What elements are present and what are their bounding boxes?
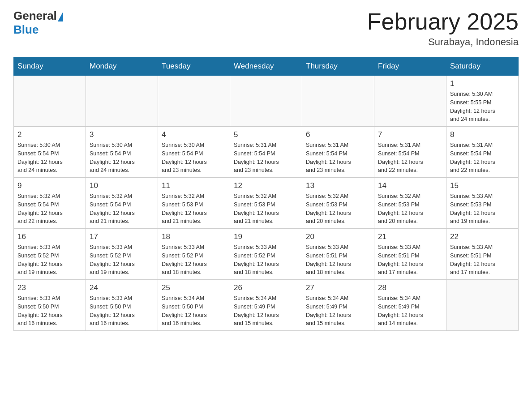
day-number: 17: [90, 232, 154, 241]
calendar-cell: 14Sunrise: 5:32 AM Sunset: 5:53 PM Dayli…: [374, 178, 446, 229]
title-block: February 2025 Surabaya, Indonesia: [367, 9, 519, 48]
day-number: 14: [378, 181, 442, 190]
day-info: Sunrise: 5:31 AM Sunset: 5:54 PM Dayligh…: [306, 141, 370, 175]
day-number: 3: [90, 130, 154, 139]
day-info: Sunrise: 5:30 AM Sunset: 5:55 PM Dayligh…: [450, 90, 515, 124]
day-number: 1: [450, 79, 515, 88]
day-info: Sunrise: 5:32 AM Sunset: 5:53 PM Dayligh…: [162, 192, 226, 226]
calendar-cell: 13Sunrise: 5:32 AM Sunset: 5:53 PM Dayli…: [302, 178, 374, 229]
day-info: Sunrise: 5:32 AM Sunset: 5:54 PM Dayligh…: [90, 192, 154, 226]
day-number: 23: [17, 283, 82, 292]
day-number: 13: [306, 181, 370, 190]
calendar-cell: 25Sunrise: 5:34 AM Sunset: 5:50 PM Dayli…: [158, 280, 230, 331]
day-number: 24: [90, 283, 154, 292]
calendar-cell: 6Sunrise: 5:31 AM Sunset: 5:54 PM Daylig…: [302, 127, 374, 178]
weekday-header-saturday: Saturday: [446, 57, 519, 76]
day-number: 5: [234, 130, 298, 139]
day-info: Sunrise: 5:34 AM Sunset: 5:49 PM Dayligh…: [306, 294, 370, 328]
calendar-cell: 23Sunrise: 5:33 AM Sunset: 5:50 PM Dayli…: [14, 280, 86, 331]
day-info: Sunrise: 5:33 AM Sunset: 5:53 PM Dayligh…: [450, 192, 515, 226]
day-info: Sunrise: 5:32 AM Sunset: 5:53 PM Dayligh…: [378, 192, 442, 226]
day-number: 18: [162, 232, 226, 241]
day-number: 20: [306, 232, 370, 241]
day-info: Sunrise: 5:33 AM Sunset: 5:51 PM Dayligh…: [306, 243, 370, 277]
calendar-body: 1Sunrise: 5:30 AM Sunset: 5:55 PM Daylig…: [14, 76, 519, 331]
day-info: Sunrise: 5:32 AM Sunset: 5:53 PM Dayligh…: [234, 192, 298, 226]
day-info: Sunrise: 5:32 AM Sunset: 5:53 PM Dayligh…: [306, 192, 370, 226]
calendar-cell: 28Sunrise: 5:34 AM Sunset: 5:49 PM Dayli…: [374, 280, 446, 331]
calendar-cell: 8Sunrise: 5:31 AM Sunset: 5:54 PM Daylig…: [446, 127, 519, 178]
day-info: Sunrise: 5:32 AM Sunset: 5:54 PM Dayligh…: [17, 192, 82, 226]
calendar-week-row: 9Sunrise: 5:32 AM Sunset: 5:54 PM Daylig…: [14, 178, 519, 229]
calendar-table: SundayMondayTuesdayWednesdayThursdayFrid…: [13, 57, 519, 331]
calendar-cell: 2Sunrise: 5:30 AM Sunset: 5:54 PM Daylig…: [14, 127, 86, 178]
calendar-week-row: 1Sunrise: 5:30 AM Sunset: 5:55 PM Daylig…: [14, 76, 519, 127]
calendar-cell: 17Sunrise: 5:33 AM Sunset: 5:52 PM Dayli…: [86, 229, 158, 280]
calendar-cell: 22Sunrise: 5:33 AM Sunset: 5:51 PM Dayli…: [446, 229, 519, 280]
logo: General Blue: [13, 9, 63, 37]
day-info: Sunrise: 5:34 AM Sunset: 5:50 PM Dayligh…: [162, 294, 226, 328]
weekday-header-thursday: Thursday: [302, 57, 374, 76]
calendar-week-row: 16Sunrise: 5:33 AM Sunset: 5:52 PM Dayli…: [14, 229, 519, 280]
day-number: 7: [378, 130, 442, 139]
day-number: 4: [162, 130, 226, 139]
calendar-cell: 3Sunrise: 5:30 AM Sunset: 5:54 PM Daylig…: [86, 127, 158, 178]
day-info: Sunrise: 5:33 AM Sunset: 5:50 PM Dayligh…: [90, 294, 154, 328]
day-number: 28: [378, 283, 442, 292]
calendar-cell: [302, 76, 374, 127]
calendar-cell: 5Sunrise: 5:31 AM Sunset: 5:54 PM Daylig…: [230, 127, 302, 178]
day-number: 26: [234, 283, 298, 292]
calendar-week-row: 23Sunrise: 5:33 AM Sunset: 5:50 PM Dayli…: [14, 280, 519, 331]
day-info: Sunrise: 5:31 AM Sunset: 5:54 PM Dayligh…: [234, 141, 298, 175]
day-number: 10: [90, 181, 154, 190]
day-number: 25: [162, 283, 226, 292]
calendar-cell: 11Sunrise: 5:32 AM Sunset: 5:53 PM Dayli…: [158, 178, 230, 229]
calendar-header: SundayMondayTuesdayWednesdayThursdayFrid…: [14, 57, 519, 76]
day-info: Sunrise: 5:34 AM Sunset: 5:49 PM Dayligh…: [234, 294, 298, 328]
day-info: Sunrise: 5:33 AM Sunset: 5:51 PM Dayligh…: [450, 243, 515, 277]
calendar-cell: [86, 76, 158, 127]
calendar-cell: 7Sunrise: 5:31 AM Sunset: 5:54 PM Daylig…: [374, 127, 446, 178]
calendar-cell: 4Sunrise: 5:30 AM Sunset: 5:54 PM Daylig…: [158, 127, 230, 178]
day-number: 15: [450, 181, 515, 190]
day-info: Sunrise: 5:33 AM Sunset: 5:50 PM Dayligh…: [17, 294, 82, 328]
calendar-cell: [14, 76, 86, 127]
weekday-header-wednesday: Wednesday: [230, 57, 302, 76]
calendar-cell: [374, 76, 446, 127]
page-header: General Blue February 2025 Surabaya, Ind…: [13, 9, 519, 48]
day-number: 12: [234, 181, 298, 190]
day-number: 2: [17, 130, 82, 139]
day-info: Sunrise: 5:34 AM Sunset: 5:49 PM Dayligh…: [378, 294, 442, 328]
calendar-cell: 1Sunrise: 5:30 AM Sunset: 5:55 PM Daylig…: [446, 76, 519, 127]
day-number: 9: [17, 181, 82, 190]
calendar-cell: [158, 76, 230, 127]
calendar-cell: 21Sunrise: 5:33 AM Sunset: 5:51 PM Dayli…: [374, 229, 446, 280]
month-title: February 2025: [367, 9, 519, 34]
calendar-cell: 10Sunrise: 5:32 AM Sunset: 5:54 PM Dayli…: [86, 178, 158, 229]
day-number: 21: [378, 232, 442, 241]
day-info: Sunrise: 5:30 AM Sunset: 5:54 PM Dayligh…: [17, 141, 82, 175]
day-info: Sunrise: 5:33 AM Sunset: 5:52 PM Dayligh…: [234, 243, 298, 277]
weekday-header-friday: Friday: [374, 57, 446, 76]
location-text: Surabaya, Indonesia: [367, 36, 519, 48]
day-info: Sunrise: 5:31 AM Sunset: 5:54 PM Dayligh…: [378, 141, 442, 175]
day-number: 6: [306, 130, 370, 139]
calendar-cell: 27Sunrise: 5:34 AM Sunset: 5:49 PM Dayli…: [302, 280, 374, 331]
weekday-header-sunday: Sunday: [14, 57, 86, 76]
weekday-header-tuesday: Tuesday: [158, 57, 230, 76]
day-info: Sunrise: 5:30 AM Sunset: 5:54 PM Dayligh…: [162, 141, 226, 175]
day-number: 11: [162, 181, 226, 190]
calendar-cell: 26Sunrise: 5:34 AM Sunset: 5:49 PM Dayli…: [230, 280, 302, 331]
day-info: Sunrise: 5:30 AM Sunset: 5:54 PM Dayligh…: [90, 141, 154, 175]
day-number: 16: [17, 232, 82, 241]
day-number: 22: [450, 232, 515, 241]
calendar-cell: 12Sunrise: 5:32 AM Sunset: 5:53 PM Dayli…: [230, 178, 302, 229]
day-info: Sunrise: 5:33 AM Sunset: 5:52 PM Dayligh…: [162, 243, 226, 277]
calendar-cell: 24Sunrise: 5:33 AM Sunset: 5:50 PM Dayli…: [86, 280, 158, 331]
calendar-week-row: 2Sunrise: 5:30 AM Sunset: 5:54 PM Daylig…: [14, 127, 519, 178]
logo-general-text: General: [13, 9, 57, 23]
weekday-header-monday: Monday: [86, 57, 158, 76]
weekday-header-row: SundayMondayTuesdayWednesdayThursdayFrid…: [14, 57, 519, 76]
calendar-cell: 16Sunrise: 5:33 AM Sunset: 5:52 PM Dayli…: [14, 229, 86, 280]
calendar-cell: 20Sunrise: 5:33 AM Sunset: 5:51 PM Dayli…: [302, 229, 374, 280]
